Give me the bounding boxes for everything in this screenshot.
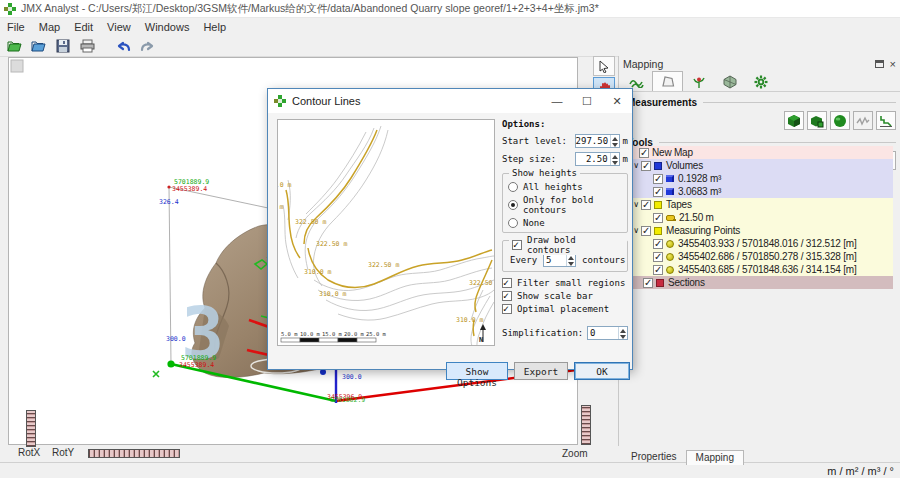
panel-header: Mapping × (619, 56, 900, 71)
checkbox[interactable] (641, 161, 651, 171)
menu-help[interactable]: Help (196, 19, 233, 35)
checkbox[interactable] (653, 252, 663, 262)
tab-areas[interactable] (652, 71, 683, 91)
tree-row-tape-item[interactable]: 21.50 m (629, 211, 893, 224)
axis-origin-dot (167, 360, 174, 367)
filter-small-regions-checkbox[interactable] (502, 278, 512, 288)
ok-button[interactable]: OK (574, 362, 630, 380)
menu-map[interactable]: Map (32, 19, 67, 35)
save-button[interactable] (54, 38, 72, 55)
simplification-spinbox[interactable]: 0 (587, 326, 628, 340)
contour-height-labels: 310.0 m 322.50 m 322.50 m 322.50 m 322.5… (278, 181, 494, 324)
close-panel-icon[interactable]: × (890, 60, 896, 68)
volumes-icon (654, 162, 662, 170)
tab-solids[interactable] (714, 71, 745, 91)
step-size-spinbox[interactable]: 2.50 (575, 152, 620, 166)
menu-edit[interactable]: Edit (67, 19, 100, 35)
tree-label: 21.50 m (679, 212, 714, 223)
every-spinbox[interactable]: 5 (543, 253, 576, 267)
main-toolbar (0, 36, 900, 57)
tree-row-volume-item[interactable]: 0.1928 m³ (629, 172, 893, 185)
radio-label: Only for bold contours (523, 195, 623, 215)
dialog-logo-icon (274, 95, 286, 107)
measuring-points-icon (654, 227, 662, 235)
show-scale-bar-checkbox[interactable] (502, 291, 512, 301)
dialog-options: Options: Start level: 297.50 m Step size… (502, 119, 628, 344)
menu-view[interactable]: View (100, 19, 138, 35)
menu-file[interactable]: File (0, 19, 32, 35)
zigzag-icon (856, 115, 870, 127)
tab-mapping[interactable]: Mapping (686, 450, 744, 465)
tree-label: 3455403.685 / 5701848.636 / 314.154 [m] (678, 264, 856, 275)
tree-label: 3.0683 m³ (678, 186, 721, 197)
tree-row-point-item[interactable]: 3455403.933 / 5701848.016 / 312.512 [m] (629, 237, 893, 250)
tree-row-sections[interactable]: Sections (629, 276, 893, 289)
checkbox[interactable] (653, 265, 663, 275)
radio-label: All heights (523, 182, 583, 192)
open-project-button[interactable] (6, 38, 24, 55)
checkbox[interactable] (653, 239, 663, 249)
save-icon (56, 39, 70, 53)
svg-text:326.4: 326.4 (159, 198, 179, 206)
tree-label: 3455402.686 / 5701850.278 / 315.328 [m] (678, 251, 856, 262)
tree-label: Tapes (666, 199, 692, 210)
roty-slider[interactable] (88, 449, 180, 458)
tree-row-tapes[interactable]: ∨ Tapes (629, 198, 893, 211)
checkbox[interactable] (653, 187, 663, 197)
roughness-tool-button[interactable] (853, 111, 873, 130)
sphere-tool-button[interactable] (830, 111, 850, 130)
print-button[interactable] (78, 38, 96, 55)
options-header: Options: (502, 119, 628, 129)
export-button[interactable]: Export (514, 362, 568, 380)
checkbox[interactable] (639, 148, 649, 158)
svg-text:20.0 m: 20.0 m (344, 331, 365, 337)
svg-text:3455389.4: 3455389.4 (172, 185, 207, 193)
menu-windows[interactable]: Windows (138, 19, 197, 35)
cursor-icon (598, 60, 610, 73)
checkbox[interactable] (653, 174, 663, 184)
contour-preview: 310.0 m 322.50 m 322.50 m 322.50 m 322.5… (277, 119, 495, 346)
plant-icon (692, 75, 706, 89)
tree-row-volumes[interactable]: ∨ Volumes (629, 159, 893, 172)
checkbox[interactable] (641, 226, 651, 236)
tab-vegetation[interactable] (683, 71, 714, 91)
draw-bold-group: Draw bold contours Every 5 contours (502, 240, 628, 272)
minimize-button[interactable]: — (542, 95, 572, 107)
dialog-title-bar[interactable]: Contour Lines — ☐ ✕ (268, 89, 632, 113)
radio-none[interactable] (508, 218, 518, 228)
import-button[interactable] (30, 38, 48, 55)
rotx-slider[interactable] (26, 410, 36, 447)
tree-row-volume-item[interactable]: 3.0683 m³ (629, 185, 893, 198)
checkbox[interactable] (643, 278, 653, 288)
checkbox[interactable] (641, 200, 651, 210)
svg-text:15.0 m: 15.0 m (322, 331, 343, 337)
undo-button[interactable] (114, 38, 132, 55)
measurements-group-header: Measurements (627, 97, 896, 108)
panel-bottom-tabs: Properties Mapping (622, 450, 744, 465)
tab-properties[interactable]: Properties (622, 450, 686, 465)
float-panel-icon[interactable] (875, 60, 884, 68)
select-cursor-button[interactable] (593, 56, 615, 76)
tree-row-point-item[interactable]: 3455403.685 / 5701848.636 / 314.154 [m] (629, 263, 893, 276)
optimal-placement-checkbox[interactable] (502, 304, 512, 314)
radio-all-heights[interactable] (508, 182, 518, 192)
cube-icon (787, 114, 801, 128)
volume-tool-button[interactable] (784, 111, 804, 130)
show-heights-label: Show heights (509, 168, 580, 178)
tree-row-new-map[interactable]: New Map (629, 146, 893, 159)
redo-button[interactable] (138, 38, 156, 55)
draw-bold-checkbox[interactable] (512, 240, 522, 250)
tree-row-measuring-points[interactable]: ∨ Measuring Points (629, 224, 893, 237)
start-level-spinbox[interactable]: 297.50 (575, 134, 620, 148)
profile-tool-button[interactable] (876, 111, 896, 130)
zoom-slider[interactable] (581, 405, 591, 445)
checkbox[interactable] (653, 213, 663, 223)
contour-lines-dialog[interactable]: Contour Lines — ☐ ✕ (267, 88, 633, 370)
show-options-button[interactable]: Show Options (446, 362, 508, 380)
radio-only-bold[interactable] (508, 200, 518, 210)
tab-settings[interactable] (745, 71, 776, 91)
volume-point-tool-button[interactable] (807, 111, 827, 130)
maximize-button[interactable]: ☐ (572, 95, 602, 108)
tree-row-point-item[interactable]: 3455402.686 / 5701850.278 / 315.328 [m] (629, 250, 893, 263)
close-button[interactable]: ✕ (602, 95, 632, 108)
